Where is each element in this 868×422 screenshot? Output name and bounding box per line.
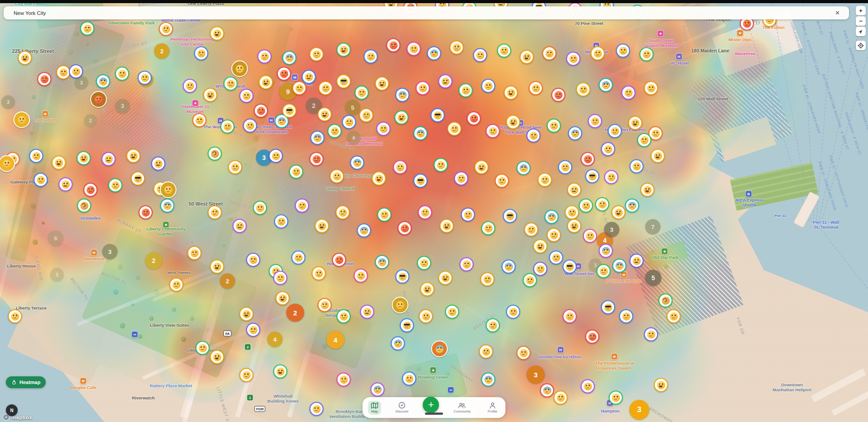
emoji-marker[interactable] [461, 208, 475, 222]
emoji-marker[interactable] [523, 273, 537, 287]
emoji-marker[interactable] [371, 383, 385, 397]
emoji-marker[interactable] [228, 160, 242, 174]
emoji-marker[interactable] [398, 221, 412, 235]
emoji-marker[interactable] [90, 91, 107, 108]
emoji-marker[interactable] [377, 208, 392, 222]
emoji-marker[interactable] [393, 160, 407, 174]
emoji-marker[interactable] [597, 264, 611, 278]
emoji-marker[interactable] [246, 253, 260, 267]
emoji-marker[interactable] [311, 131, 325, 145]
emoji-marker[interactable] [350, 156, 364, 170]
emoji-marker[interactable] [283, 51, 297, 65]
emoji-marker[interactable] [416, 81, 430, 95]
emoji-marker[interactable] [591, 47, 605, 61]
emoji-marker[interactable] [454, 172, 468, 186]
emoji-marker[interactable] [495, 174, 509, 188]
emoji-marker[interactable] [319, 81, 333, 95]
emoji-marker[interactable] [354, 269, 368, 283]
emoji-marker[interactable] [533, 262, 547, 276]
zoom-out-button[interactable]: − [856, 16, 866, 26]
emoji-marker[interactable] [517, 161, 531, 175]
emoji-marker[interactable] [497, 44, 511, 58]
cluster-marker[interactable]: 2 [145, 252, 162, 269]
emoji-marker[interactable] [77, 151, 91, 165]
poi-icon[interactable]: H [557, 347, 564, 353]
emoji-marker[interactable] [360, 305, 374, 319]
emoji-marker[interactable] [431, 341, 448, 357]
emoji-marker[interactable] [448, 122, 462, 136]
emoji-marker[interactable] [59, 178, 73, 192]
heatmap-toggle-button[interactable]: Heatmap [6, 376, 46, 388]
emoji-marker[interactable] [431, 108, 445, 122]
emoji-marker[interactable] [274, 215, 288, 229]
emoji-marker[interactable] [396, 88, 410, 102]
emoji-marker[interactable] [601, 300, 615, 314]
emoji-marker[interactable] [417, 256, 431, 270]
cluster-marker[interactable]: 3 [102, 244, 118, 259]
emoji-marker[interactable] [131, 172, 145, 186]
emoji-marker[interactable] [609, 391, 623, 405]
emoji-marker[interactable] [342, 115, 356, 129]
cluster-marker[interactable]: 5 [345, 100, 360, 115]
emoji-marker[interactable] [336, 206, 350, 220]
emoji-marker[interactable] [138, 71, 152, 85]
emoji-marker[interactable] [221, 120, 235, 134]
emoji-marker[interactable] [377, 122, 391, 136]
zoom-in-button[interactable]: + [856, 6, 866, 15]
emoji-marker[interactable] [364, 50, 378, 64]
emoji-marker[interactable] [524, 223, 538, 237]
emoji-marker[interactable] [667, 309, 681, 324]
emoji-marker[interactable] [545, 210, 559, 224]
emoji-marker[interactable] [395, 111, 409, 125]
bearing-compass-button[interactable] [856, 27, 866, 36]
emoji-marker[interactable] [194, 47, 208, 61]
emoji-marker[interactable] [0, 155, 15, 172]
cluster-marker[interactable]: 3 [115, 99, 130, 113]
emoji-marker[interactable] [400, 319, 414, 333]
emoji-marker[interactable] [420, 282, 434, 296]
emoji-marker[interactable] [387, 38, 401, 52]
emoji-marker[interactable] [581, 380, 595, 394]
emoji-marker[interactable] [240, 307, 254, 321]
add-post-button[interactable]: + [423, 397, 439, 413]
emoji-marker[interactable] [439, 75, 453, 89]
emoji-marker[interactable] [547, 228, 561, 242]
poi-icon[interactable]: ∞ [448, 387, 454, 394]
emoji-marker[interactable] [520, 50, 534, 64]
emoji-marker[interactable] [547, 119, 561, 133]
poi-icon[interactable]: ♣ [661, 248, 668, 255]
cluster-marker[interactable]: 3 [527, 366, 545, 384]
emoji-marker[interactable] [115, 67, 129, 81]
emoji-marker[interactable] [274, 271, 288, 285]
emoji-marker[interactable] [552, 88, 566, 102]
emoji-marker[interactable] [170, 278, 184, 292]
emoji-marker[interactable] [283, 104, 297, 118]
emoji-marker[interactable] [372, 172, 386, 186]
emoji-marker[interactable] [295, 199, 309, 213]
emoji-marker[interactable] [359, 108, 373, 122]
emoji-marker[interactable] [641, 183, 655, 197]
emoji-marker[interactable] [315, 219, 329, 233]
emoji-marker[interactable] [259, 75, 273, 89]
emoji-marker[interactable] [622, 86, 636, 100]
tab-community[interactable]: Community [451, 401, 473, 415]
emoji-marker[interactable] [459, 84, 473, 98]
emoji-marker[interactable] [52, 156, 66, 170]
emoji-marker[interactable] [558, 160, 572, 174]
emoji-marker[interactable] [644, 328, 658, 342]
tab-discover[interactable]: Discover [393, 400, 411, 415]
emoji-marker[interactable] [439, 271, 453, 285]
emoji-marker[interactable] [651, 149, 665, 163]
emoji-marker[interactable] [77, 199, 91, 213]
emoji-marker[interactable] [231, 61, 248, 77]
emoji-marker[interactable] [640, 47, 654, 61]
emoji-marker[interactable] [96, 75, 110, 89]
emoji-marker[interactable] [240, 89, 254, 103]
emoji-marker[interactable] [80, 22, 94, 36]
emoji-marker[interactable] [337, 75, 351, 89]
emoji-marker[interactable] [310, 47, 324, 61]
emoji-marker[interactable] [567, 183, 581, 197]
emoji-marker[interactable] [414, 174, 428, 188]
emoji-marker[interactable] [332, 253, 346, 267]
emoji-marker[interactable] [502, 260, 516, 274]
